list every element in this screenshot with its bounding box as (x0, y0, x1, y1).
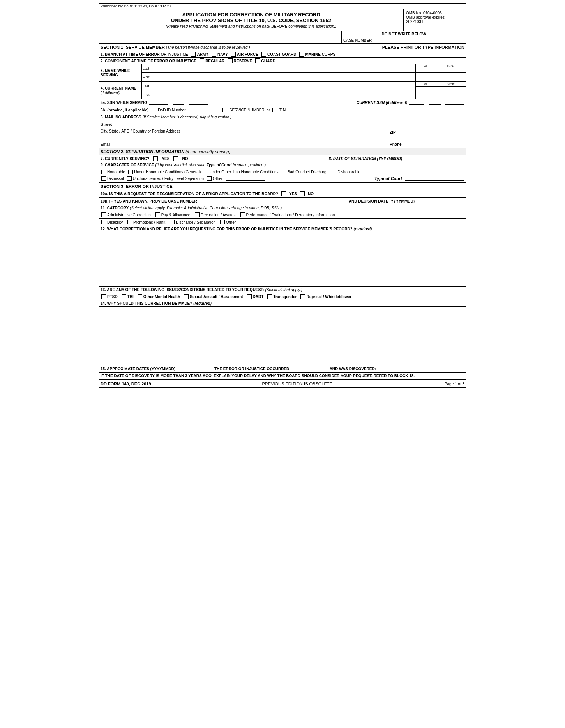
q15-occurred-input[interactable] (179, 366, 210, 371)
type-of-court-input[interactable] (405, 176, 464, 181)
char-honorable[interactable]: Honorable (101, 170, 125, 174)
q15-occurred-date-input[interactable] (295, 366, 326, 371)
phone-input[interactable] (403, 141, 449, 147)
char-under-honorable[interactable]: Under Honorable Conditions (General) (128, 170, 201, 174)
dadt-option[interactable]: DADT (247, 294, 264, 299)
dadt-checkbox[interactable] (247, 294, 252, 299)
cat-performance[interactable]: Performance / Evaluations / Derogatory I… (240, 212, 335, 217)
q15-discovered-input[interactable] (380, 366, 411, 371)
bad-conduct-checkbox[interactable] (282, 170, 286, 174)
zip-input[interactable] (397, 129, 443, 135)
discharge-checkbox[interactable] (170, 220, 175, 224)
dismissal-checkbox[interactable] (101, 176, 106, 181)
army-checkbox[interactable] (191, 52, 196, 57)
service-checkbox[interactable] (222, 108, 227, 112)
name3-last-input[interactable] (155, 64, 415, 72)
honorable-checkbox[interactable] (101, 170, 106, 174)
current-ssn-p2[interactable] (429, 100, 441, 105)
admin-checkbox[interactable] (101, 212, 106, 217)
cat-other[interactable]: Other (220, 220, 236, 224)
sexual-assault-option[interactable]: Sexual Assault / Harassment (184, 294, 243, 299)
name3-mi-field[interactable] (416, 69, 435, 72)
q14-textarea[interactable] (99, 307, 466, 365)
name4-suffix-field[interactable] (435, 87, 466, 90)
cat-discharge[interactable]: Discharge / Separation (170, 220, 215, 224)
current-ssn-p1[interactable] (409, 100, 424, 105)
transgender-option[interactable]: Transgender (267, 294, 297, 299)
cat-decoration[interactable]: Decoration / Awards (195, 212, 235, 217)
q14-text-area[interactable] (99, 307, 466, 365)
dishonorable-checkbox[interactable] (332, 170, 336, 174)
dod-id-input[interactable] (189, 107, 220, 113)
guard-checkbox[interactable] (255, 58, 260, 63)
q10a-yes-checkbox[interactable] (281, 191, 286, 196)
ssn5a-p2[interactable] (173, 100, 184, 105)
other-than-honorable-checkbox[interactable] (204, 170, 208, 174)
q12-textarea[interactable] (99, 232, 466, 286)
dod5b-input[interactable] (288, 107, 464, 113)
promotions-checkbox[interactable] (127, 220, 132, 224)
tbi-checkbox[interactable] (122, 294, 126, 299)
tbi-option[interactable]: TBI (122, 294, 134, 299)
name3-suffix-field[interactable] (435, 69, 466, 72)
reprisal-checkbox[interactable] (300, 294, 305, 299)
mental-health-checkbox[interactable] (138, 294, 142, 299)
char-dismissal[interactable]: Dismissal (101, 176, 124, 181)
yes-checkbox[interactable] (153, 156, 158, 161)
dod-checkbox[interactable] (151, 108, 155, 112)
sexual-assault-checkbox[interactable] (184, 294, 189, 299)
q10b-case-input[interactable] (200, 199, 259, 203)
cat-pay[interactable]: Pay & Allowance (155, 212, 191, 217)
other-char-checkbox[interactable] (207, 176, 212, 181)
coastguard-checkbox[interactable] (261, 52, 266, 57)
branch-army[interactable]: ARMY (191, 52, 208, 57)
decoration-checkbox[interactable] (195, 212, 200, 217)
transgender-checkbox[interactable] (267, 294, 272, 299)
city-input[interactable] (101, 133, 308, 139)
name3-first-input[interactable] (155, 73, 415, 81)
street-input[interactable] (113, 121, 461, 127)
name4-last-input[interactable] (155, 82, 415, 90)
branch-marines[interactable]: MARINE CORPS (299, 52, 335, 57)
name4-first-input[interactable] (155, 90, 415, 99)
name4-mi-field[interactable] (416, 87, 435, 90)
current-ssn-p3[interactable] (445, 100, 464, 105)
performance-checkbox[interactable] (240, 212, 245, 217)
disability-checkbox[interactable] (101, 220, 106, 224)
char-bad-conduct[interactable]: Bad Conduct Discharge (282, 170, 329, 174)
navy-checkbox[interactable] (212, 52, 216, 57)
uncharacterized-checkbox[interactable] (127, 176, 132, 181)
char-other[interactable]: Other (207, 176, 222, 181)
q10a-no-checkbox[interactable] (300, 191, 305, 196)
email-input[interactable] (111, 141, 381, 147)
under-honorable-checkbox[interactable] (128, 170, 133, 174)
component-guard[interactable]: GUARD (255, 58, 275, 63)
q12-text-area[interactable] (99, 232, 466, 287)
reserve-checkbox[interactable] (228, 58, 233, 63)
no-checkbox[interactable] (173, 156, 178, 161)
char-dishonorable[interactable]: Dishonorable (332, 170, 360, 174)
branch-coastguard[interactable]: COAST GUARD (261, 52, 296, 57)
other-cat-input[interactable] (240, 220, 287, 224)
branch-airforce[interactable]: AIR FORCE (231, 52, 258, 57)
marines-checkbox[interactable] (299, 52, 304, 57)
ssn5a-p3[interactable] (189, 100, 208, 105)
regular-checkbox[interactable] (200, 58, 204, 63)
reprisal-option[interactable]: Reprisal / Whistleblower (300, 294, 351, 299)
airforce-checkbox[interactable] (231, 52, 236, 57)
component-regular[interactable]: REGULAR (200, 58, 224, 63)
date-sep-input[interactable] (406, 156, 464, 161)
char-other-than-honorable[interactable]: Under Other than Honorable Conditions (204, 170, 278, 174)
ptsd-checkbox[interactable] (101, 294, 106, 299)
mental-health-option[interactable]: Other Mental Health (138, 294, 180, 299)
component-reserve[interactable]: RESERVE (228, 58, 252, 63)
cat-disability[interactable]: Disability (101, 220, 123, 224)
tin-checkbox[interactable] (272, 108, 277, 112)
char-uncharacterized[interactable]: Uncharacterized / Entry Level Separation (127, 176, 204, 181)
cat-promotions[interactable]: Promotions / Rank (127, 220, 165, 224)
ptsd-option[interactable]: PTSD (101, 294, 118, 299)
cat-admin[interactable]: Administrative Correction (101, 212, 151, 217)
other-cat-checkbox[interactable] (220, 220, 225, 224)
ssn5a-p1[interactable] (149, 100, 168, 105)
other-char-input[interactable] (226, 176, 265, 181)
